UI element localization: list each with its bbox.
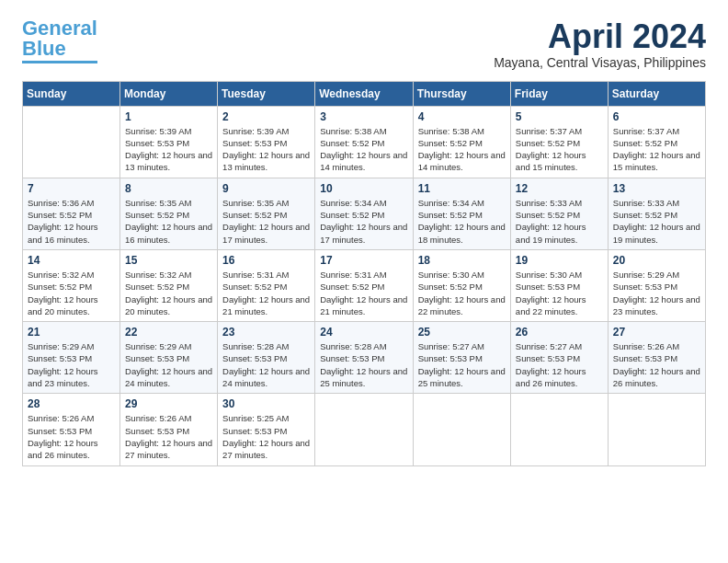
day-info: Sunrise: 5:39 AM Sunset: 5:53 PM Dayligh… (222, 125, 310, 174)
day-number: 3 (320, 110, 407, 123)
logo: General Blue (22, 18, 97, 63)
day-header-friday: Friday (510, 81, 608, 106)
day-info: Sunrise: 5:32 AM Sunset: 5:52 PM Dayligh… (125, 269, 212, 317)
day-number: 19 (516, 254, 603, 267)
day-number: 17 (320, 254, 407, 267)
calendar-cell: 8 Sunrise: 5:35 AM Sunset: 5:52 PM Dayli… (120, 178, 218, 249)
location: Mayana, Central Visayas, Philippines (494, 55, 706, 70)
day-info: Sunrise: 5:26 AM Sunset: 5:53 PM Dayligh… (125, 412, 212, 461)
day-number: 22 (125, 326, 212, 339)
calendar-cell: 4 Sunrise: 5:38 AM Sunset: 5:52 PM Dayli… (413, 106, 510, 178)
day-number: 23 (222, 326, 310, 339)
calendar-cell (608, 394, 705, 465)
day-number: 8 (125, 182, 212, 195)
calendar-cell: 14 Sunrise: 5:32 AM Sunset: 5:52 PM Dayl… (23, 249, 120, 321)
calendar-cell: 15 Sunrise: 5:32 AM Sunset: 5:52 PM Dayl… (120, 249, 218, 321)
calendar-cell: 3 Sunrise: 5:38 AM Sunset: 5:52 PM Dayli… (315, 106, 413, 178)
day-info: Sunrise: 5:36 AM Sunset: 5:52 PM Dayligh… (28, 197, 115, 246)
page-header: General Blue April 2024 Mayana, Central … (22, 18, 706, 70)
calendar-cell: 2 Sunrise: 5:39 AM Sunset: 5:53 PM Dayli… (218, 106, 315, 178)
day-number: 26 (516, 326, 603, 339)
day-info: Sunrise: 5:27 AM Sunset: 5:53 PM Dayligh… (418, 340, 506, 389)
day-info: Sunrise: 5:37 AM Sunset: 5:52 PM Dayligh… (516, 125, 603, 174)
calendar-cell: 22 Sunrise: 5:29 AM Sunset: 5:53 PM Dayl… (120, 322, 218, 394)
day-number: 21 (28, 326, 115, 339)
month-title: April 2024 (494, 18, 706, 55)
day-info: Sunrise: 5:26 AM Sunset: 5:53 PM Dayligh… (613, 340, 700, 389)
calendar-week-row: 1 Sunrise: 5:39 AM Sunset: 5:53 PM Dayli… (23, 106, 706, 178)
calendar-cell (23, 106, 120, 178)
day-info: Sunrise: 5:29 AM Sunset: 5:53 PM Dayligh… (613, 269, 700, 317)
day-number: 15 (125, 254, 212, 267)
day-number: 12 (516, 182, 603, 195)
day-number: 18 (418, 254, 506, 267)
calendar-cell: 29 Sunrise: 5:26 AM Sunset: 5:53 PM Dayl… (120, 394, 218, 465)
calendar-cell: 7 Sunrise: 5:36 AM Sunset: 5:52 PM Dayli… (23, 178, 120, 249)
calendar-cell: 10 Sunrise: 5:34 AM Sunset: 5:52 PM Dayl… (315, 178, 413, 249)
day-header-saturday: Saturday (608, 81, 705, 106)
day-number: 16 (222, 254, 310, 267)
calendar-week-row: 7 Sunrise: 5:36 AM Sunset: 5:52 PM Dayli… (23, 178, 706, 249)
day-header-wednesday: Wednesday (315, 81, 413, 106)
day-number: 30 (222, 397, 310, 410)
day-info: Sunrise: 5:38 AM Sunset: 5:52 PM Dayligh… (320, 125, 407, 174)
logo-underline (22, 61, 97, 63)
day-number: 24 (320, 326, 407, 339)
day-info: Sunrise: 5:30 AM Sunset: 5:53 PM Dayligh… (516, 269, 603, 317)
logo-blue: Blue (22, 37, 66, 60)
day-number: 10 (320, 182, 407, 195)
day-number: 11 (418, 182, 506, 195)
day-info: Sunrise: 5:26 AM Sunset: 5:53 PM Dayligh… (28, 412, 115, 461)
calendar-cell: 9 Sunrise: 5:35 AM Sunset: 5:52 PM Dayli… (218, 178, 315, 249)
calendar-cell: 13 Sunrise: 5:33 AM Sunset: 5:52 PM Dayl… (608, 178, 705, 249)
calendar-cell: 24 Sunrise: 5:28 AM Sunset: 5:53 PM Dayl… (315, 322, 413, 394)
day-header-monday: Monday (120, 81, 218, 106)
day-number: 13 (613, 182, 700, 195)
day-info: Sunrise: 5:31 AM Sunset: 5:52 PM Dayligh… (222, 269, 310, 317)
day-info: Sunrise: 5:29 AM Sunset: 5:53 PM Dayligh… (28, 340, 115, 389)
calendar-cell: 18 Sunrise: 5:30 AM Sunset: 5:52 PM Dayl… (413, 249, 510, 321)
calendar-cell (510, 394, 608, 465)
calendar-cell: 19 Sunrise: 5:30 AM Sunset: 5:53 PM Dayl… (510, 249, 608, 321)
calendar-cell: 27 Sunrise: 5:26 AM Sunset: 5:53 PM Dayl… (608, 322, 705, 394)
calendar-cell: 21 Sunrise: 5:29 AM Sunset: 5:53 PM Dayl… (23, 322, 120, 394)
calendar-cell: 23 Sunrise: 5:28 AM Sunset: 5:53 PM Dayl… (218, 322, 315, 394)
day-info: Sunrise: 5:35 AM Sunset: 5:52 PM Dayligh… (125, 197, 212, 246)
calendar-cell: 12 Sunrise: 5:33 AM Sunset: 5:52 PM Dayl… (510, 178, 608, 249)
calendar-cell: 20 Sunrise: 5:29 AM Sunset: 5:53 PM Dayl… (608, 249, 705, 321)
day-info: Sunrise: 5:25 AM Sunset: 5:53 PM Dayligh… (222, 412, 310, 461)
day-number: 9 (222, 182, 310, 195)
calendar-cell: 28 Sunrise: 5:26 AM Sunset: 5:53 PM Dayl… (23, 394, 120, 465)
calendar-cell: 6 Sunrise: 5:37 AM Sunset: 5:52 PM Dayli… (608, 106, 705, 178)
day-info: Sunrise: 5:38 AM Sunset: 5:52 PM Dayligh… (418, 125, 506, 174)
day-info: Sunrise: 5:33 AM Sunset: 5:52 PM Dayligh… (613, 197, 700, 246)
calendar-week-row: 21 Sunrise: 5:29 AM Sunset: 5:53 PM Dayl… (23, 322, 706, 394)
logo-text: General Blue (22, 18, 97, 59)
day-number: 7 (28, 182, 115, 195)
calendar-cell: 25 Sunrise: 5:27 AM Sunset: 5:53 PM Dayl… (413, 322, 510, 394)
day-number: 5 (516, 110, 603, 123)
day-number: 2 (222, 110, 310, 123)
day-info: Sunrise: 5:34 AM Sunset: 5:52 PM Dayligh… (320, 197, 407, 246)
day-info: Sunrise: 5:30 AM Sunset: 5:52 PM Dayligh… (418, 269, 506, 317)
day-number: 14 (28, 254, 115, 267)
day-number: 6 (613, 110, 700, 123)
calendar-cell: 17 Sunrise: 5:31 AM Sunset: 5:52 PM Dayl… (315, 249, 413, 321)
day-info: Sunrise: 5:35 AM Sunset: 5:52 PM Dayligh… (222, 197, 310, 246)
calendar-cell: 30 Sunrise: 5:25 AM Sunset: 5:53 PM Dayl… (218, 394, 315, 465)
day-info: Sunrise: 5:28 AM Sunset: 5:53 PM Dayligh… (222, 340, 310, 389)
calendar-cell: 16 Sunrise: 5:31 AM Sunset: 5:52 PM Dayl… (218, 249, 315, 321)
day-number: 1 (125, 110, 212, 123)
day-number: 27 (613, 326, 700, 339)
calendar-table: SundayMondayTuesdayWednesdayThursdayFrid… (22, 81, 706, 466)
day-number: 25 (418, 326, 506, 339)
day-header-thursday: Thursday (413, 81, 510, 106)
day-info: Sunrise: 5:39 AM Sunset: 5:53 PM Dayligh… (125, 125, 212, 174)
day-number: 4 (418, 110, 506, 123)
day-info: Sunrise: 5:37 AM Sunset: 5:52 PM Dayligh… (613, 125, 700, 174)
title-section: April 2024 Mayana, Central Visayas, Phil… (494, 18, 706, 70)
calendar-cell (315, 394, 413, 465)
day-info: Sunrise: 5:34 AM Sunset: 5:52 PM Dayligh… (418, 197, 506, 246)
day-info: Sunrise: 5:32 AM Sunset: 5:52 PM Dayligh… (28, 269, 115, 317)
day-info: Sunrise: 5:27 AM Sunset: 5:53 PM Dayligh… (516, 340, 603, 389)
